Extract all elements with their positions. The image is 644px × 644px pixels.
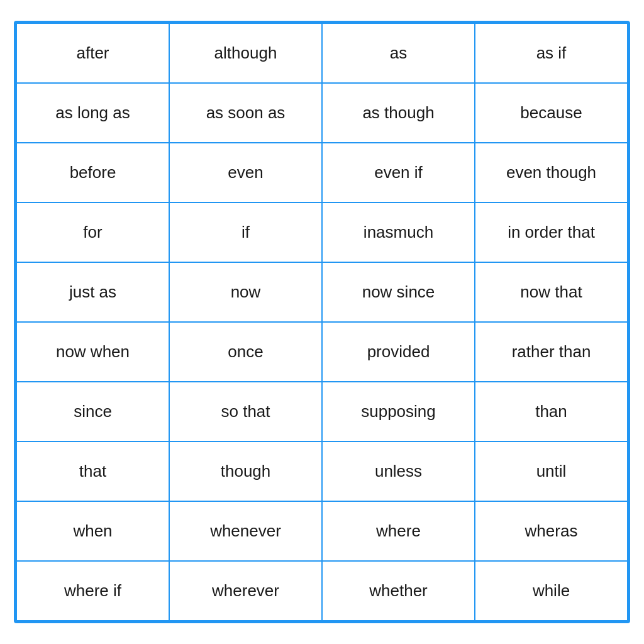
table-cell: even	[169, 143, 322, 203]
table-cell: provided	[322, 322, 475, 382]
table-cell: wherever	[169, 561, 322, 621]
table-cell: even if	[322, 143, 475, 203]
table-cell: supposing	[322, 382, 475, 441]
table-cell: than	[475, 382, 628, 441]
table-cell: that	[16, 441, 169, 501]
table-cell: since	[16, 382, 169, 441]
table-cell: as though	[322, 83, 475, 143]
table-cell: although	[169, 23, 322, 83]
table-cell: because	[475, 83, 628, 143]
table-cell: though	[169, 441, 322, 501]
table-cell: whenever	[169, 501, 322, 561]
table-cell: where if	[16, 561, 169, 621]
table-cell: until	[475, 441, 628, 501]
table-cell: inasmuch	[322, 203, 475, 262]
table-cell: before	[16, 143, 169, 203]
conjunction-table: afteralthoughasas ifas long asas soon as…	[14, 21, 630, 623]
table-cell: as if	[475, 23, 628, 83]
table-cell: even though	[475, 143, 628, 203]
table-cell: for	[16, 203, 169, 262]
table-cell: as soon as	[169, 83, 322, 143]
table-cell: unless	[322, 441, 475, 501]
table-cell: where	[322, 501, 475, 561]
table-cell: wheras	[475, 501, 628, 561]
table-cell: as	[322, 23, 475, 83]
table-cell: so that	[169, 382, 322, 441]
table-cell: now that	[475, 262, 628, 322]
table-cell: while	[475, 561, 628, 621]
table-cell: now	[169, 262, 322, 322]
table-cell: in order that	[475, 203, 628, 262]
table-cell: now when	[16, 322, 169, 382]
table-cell: if	[169, 203, 322, 262]
table-cell: as long as	[16, 83, 169, 143]
table-cell: just as	[16, 262, 169, 322]
table-cell: when	[16, 501, 169, 561]
table-cell: rather than	[475, 322, 628, 382]
table-cell: now since	[322, 262, 475, 322]
table-cell: once	[169, 322, 322, 382]
table-cell: whether	[322, 561, 475, 621]
table-cell: after	[16, 23, 169, 83]
